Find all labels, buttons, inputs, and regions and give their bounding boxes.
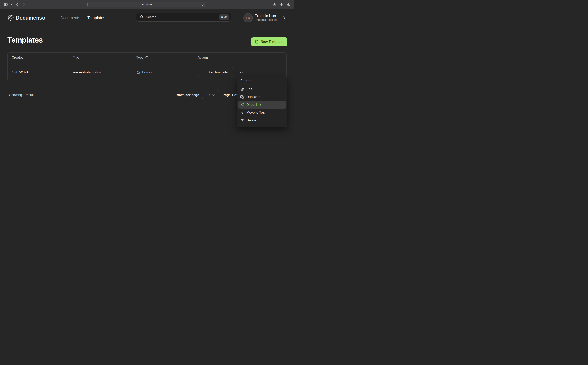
plus-small-icon [203, 71, 206, 74]
menu-item-label: Duplicate [247, 95, 260, 99]
use-template-button[interactable]: Use Template [198, 68, 233, 77]
sidebar-toggle-icon[interactable] [4, 3, 8, 7]
search-input[interactable] [146, 15, 219, 19]
use-template-label: Use Template [208, 70, 228, 74]
lock-icon [136, 70, 140, 74]
menu-item-delete[interactable]: Delete [239, 116, 286, 124]
column-header-type: Type [136, 56, 149, 60]
nav-item-documents[interactable]: Documents [60, 16, 80, 20]
row-title: reusable-template [73, 70, 101, 74]
share-icon[interactable] [273, 2, 276, 7]
select-chevron-down-icon [212, 94, 215, 96]
edit-icon [240, 87, 244, 91]
menu-item-direct-link[interactable]: Direct link [239, 101, 286, 109]
menu-item-label: Delete [247, 119, 256, 122]
new-template-label: New Template [261, 40, 283, 44]
rows-per-page-value: 10 [206, 93, 210, 97]
file-plus-icon [255, 40, 259, 44]
rows-per-page-label: Rows per page [176, 93, 199, 97]
menu-item-duplicate[interactable]: Duplicate [239, 93, 286, 101]
menu-item-label: Edit [247, 87, 252, 91]
global-search[interactable]: ⌘+K [136, 13, 231, 22]
nav-item-templates[interactable]: Templates [87, 16, 105, 20]
row-type-label: Private [142, 70, 152, 74]
safari-window: localhost Documenso Documents Templates … [0, 0, 294, 182]
account-type: Personal Account [255, 18, 277, 21]
column-header-created: Created [12, 56, 23, 60]
browser-toolbar: localhost [0, 0, 294, 9]
row-created: 10/07/2024 [12, 70, 28, 74]
chevron-down-icon[interactable] [10, 4, 12, 6]
search-icon [140, 15, 143, 20]
menu-item-label: Direct link [247, 103, 261, 107]
column-header-type-label: Type [136, 56, 143, 60]
column-header-actions: Actions [198, 56, 209, 60]
row-actions-menu: Action Edit Duplicate Direct link Move t… [237, 76, 287, 127]
menu-item-edit[interactable]: Edit [239, 85, 286, 93]
duplicate-icon [240, 95, 244, 99]
menu-item-label: Move to Team [247, 111, 267, 114]
column-header-title: Title [73, 56, 79, 60]
row-actions-menu-icon[interactable] [237, 68, 245, 77]
forward-icon[interactable] [23, 3, 25, 7]
back-icon[interactable] [16, 3, 19, 7]
page-title: Templates [7, 36, 43, 44]
address-bar-url: localhost [142, 3, 152, 6]
arrow-right-icon [240, 111, 244, 114]
address-bar[interactable]: localhost [87, 1, 206, 7]
search-shortcut-badge: ⌘+K [219, 14, 229, 20]
documenso-logo-icon [7, 14, 14, 22]
refresh-icon[interactable] [201, 3, 204, 6]
new-template-button[interactable]: New Template [251, 37, 287, 46]
menu-title: Action [240, 78, 251, 83]
avatar[interactable]: EU [243, 13, 253, 22]
toolbar-divider [9, 3, 9, 6]
rows-per-page-select[interactable]: 10 [202, 90, 219, 99]
account-switcher-chevrons-icon[interactable] [282, 15, 285, 21]
trash-icon [240, 119, 244, 122]
brand-name: Documenso [16, 15, 45, 21]
info-icon[interactable] [145, 56, 149, 59]
share-link-icon [240, 103, 244, 107]
row-type: Private [136, 68, 152, 77]
table-header-divider [8, 63, 286, 63]
tabs-icon[interactable] [287, 2, 291, 6]
plus-icon[interactable] [280, 3, 283, 6]
account-name: Example User [255, 14, 276, 18]
menu-item-move-to-team[interactable]: Move to Team [239, 109, 286, 116]
results-count: Showing 1 result. [9, 93, 35, 97]
